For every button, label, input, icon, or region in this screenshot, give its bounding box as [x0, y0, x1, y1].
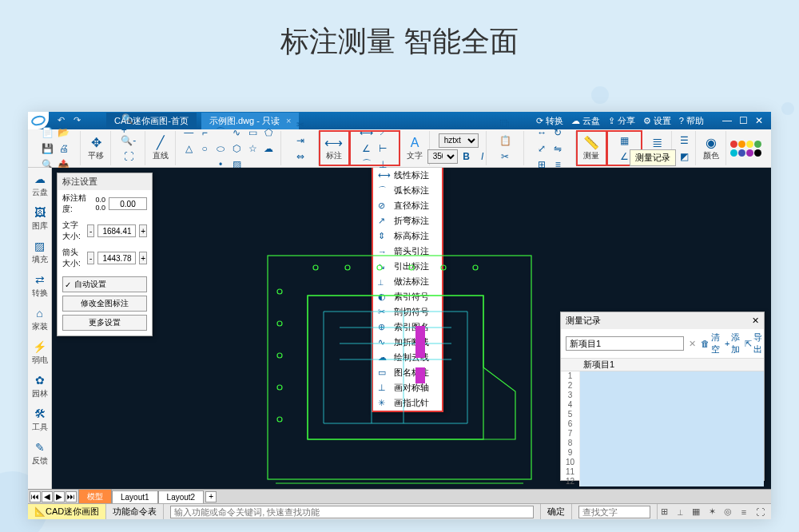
- project-name-input[interactable]: [566, 336, 684, 351]
- paste-icon[interactable]: 📋: [498, 133, 512, 148]
- sheet-next-icon[interactable]: ▶: [54, 491, 65, 502]
- trim-icon[interactable]: ✂: [293, 117, 308, 132]
- copy-icon[interactable]: ⿻: [498, 117, 512, 132]
- color-tool[interactable]: ◉颜色: [700, 132, 722, 165]
- export-button[interactable]: ⇱ 导出: [745, 332, 762, 355]
- dim-continue-icon[interactable]: ⊢: [376, 141, 390, 156]
- rail-item-转换[interactable]: ⇄转换: [32, 273, 48, 299]
- menu-item-弧长标注[interactable]: ⌒弧长标注: [373, 183, 442, 198]
- shape-ellipse-icon[interactable]: ⬭: [213, 141, 228, 156]
- measure-row[interactable]: 1: [561, 371, 764, 381]
- move-icon[interactable]: ↔: [535, 125, 549, 140]
- sheet-first-icon[interactable]: ⏮: [30, 491, 41, 502]
- modify-all-button[interactable]: 修改全图标注: [62, 296, 147, 312]
- layer-mgr-icon[interactable]: ☰: [677, 133, 691, 148]
- maximize-button[interactable]: ☐: [736, 115, 750, 126]
- cmd-table-link[interactable]: 功能命令表: [106, 504, 164, 519]
- snap-toggle-icon[interactable]: ⊞: [658, 506, 670, 518]
- rail-item-工具[interactable]: 🛠工具: [32, 407, 48, 433]
- close-tab-icon[interactable]: ×: [286, 116, 291, 125]
- layer-iso-icon[interactable]: ◩: [677, 149, 691, 164]
- color-palette-2[interactable]: [730, 149, 761, 157]
- color-palette[interactable]: [730, 141, 761, 148]
- new-icon[interactable]: 📄: [41, 125, 55, 140]
- clear-project-icon[interactable]: ✕: [689, 339, 696, 349]
- arrow-size-dec[interactable]: -: [87, 252, 95, 264]
- print-icon[interactable]: 🖨: [57, 141, 71, 156]
- font-size-select[interactable]: 350: [427, 149, 458, 164]
- measure-tool[interactable]: 📏测量: [580, 132, 602, 165]
- rail-item-云盘[interactable]: ☁云盘: [32, 173, 48, 198]
- bold-button[interactable]: B: [459, 149, 474, 164]
- dim-angular-icon[interactable]: ∠: [360, 141, 374, 156]
- menu-item-线性标注[interactable]: ⟷线性标注: [373, 168, 442, 183]
- close-measure-panel-icon[interactable]: ✕: [752, 316, 759, 326]
- rail-item-弱电[interactable]: ⚡弱电: [32, 340, 48, 366]
- sheet-add-icon[interactable]: +: [205, 491, 217, 502]
- tab-layout1[interactable]: Layout1: [112, 490, 158, 503]
- cut-icon[interactable]: ✂: [498, 149, 512, 164]
- shape-poly-icon[interactable]: ⬠: [261, 125, 276, 140]
- settings-link[interactable]: ⚙ 设置: [643, 115, 671, 127]
- menu-item-直径标注[interactable]: ⊘直径标注: [373, 198, 442, 213]
- menu-item-标高标注[interactable]: ⇕标高标注: [373, 228, 442, 244]
- add-button[interactable]: + 添加: [725, 332, 740, 355]
- tab-model[interactable]: 模型: [78, 489, 112, 504]
- measure-row[interactable]: 6: [561, 419, 764, 429]
- shape-line-icon[interactable]: —: [181, 125, 196, 140]
- measure-row[interactable]: 10: [561, 458, 764, 467]
- undo-icon[interactable]: ↶: [58, 115, 69, 126]
- shape-spline-icon[interactable]: ∿: [229, 125, 244, 140]
- precision-input[interactable]: [109, 197, 147, 210]
- text-size-input[interactable]: [97, 224, 136, 237]
- mirror-icon[interactable]: ⇋: [551, 141, 565, 156]
- shape-polygon-icon[interactable]: ⬡: [229, 141, 244, 156]
- rail-item-反馈[interactable]: ✎反馈: [32, 441, 48, 466]
- offset-icon[interactable]: ⇔: [293, 149, 308, 164]
- auto-settings-button[interactable]: ✓ 自动设置: [62, 276, 147, 292]
- open-icon[interactable]: 📂: [57, 125, 71, 140]
- save-icon[interactable]: 💾: [41, 141, 55, 156]
- annotate-tool[interactable]: ⟷标注: [323, 132, 345, 165]
- text-size-dec[interactable]: -: [87, 224, 95, 237]
- rotate-icon[interactable]: ↻: [551, 125, 565, 140]
- dim-linear-icon[interactable]: ⟷: [360, 125, 374, 140]
- measure-row[interactable]: 9: [561, 448, 764, 458]
- scale-icon[interactable]: ⤢: [535, 141, 549, 156]
- extend-icon[interactable]: ⇥: [293, 133, 308, 148]
- measure-dist-icon[interactable]: ⟷: [617, 117, 631, 132]
- find-text-input[interactable]: [578, 506, 650, 518]
- shape-rect-icon[interactable]: ▭: [245, 125, 260, 140]
- cloud-link[interactable]: ☁ 云盘: [571, 115, 600, 127]
- measure-area-icon[interactable]: ▦: [617, 133, 631, 148]
- line-tool[interactable]: ╱直线: [149, 132, 172, 165]
- measure-row[interactable]: 7: [561, 429, 764, 439]
- font-family-select[interactable]: hztxt: [439, 133, 479, 148]
- text-size-inc[interactable]: +: [139, 224, 147, 237]
- osnap-toggle-icon[interactable]: ◎: [721, 506, 734, 518]
- zoom-fit-icon[interactable]: ⛶: [121, 149, 136, 164]
- arrow-size-input[interactable]: [97, 252, 136, 264]
- zoom-in-icon[interactable]: 🔍+: [121, 117, 136, 132]
- fullscreen-icon[interactable]: ⛶: [753, 506, 766, 518]
- rail-item-家装[interactable]: ⌂家装: [32, 307, 48, 332]
- minimize-button[interactable]: —: [720, 115, 734, 126]
- shape-arc-icon[interactable]: ⌒: [213, 125, 228, 140]
- help-link[interactable]: ? 帮助: [679, 115, 704, 127]
- grid-toggle-icon[interactable]: ▦: [690, 506, 702, 518]
- sheet-last-icon[interactable]: ⏭: [66, 491, 77, 502]
- shape-star-icon[interactable]: ☆: [245, 141, 260, 156]
- menu-item-折弯标注[interactable]: ↗折弯标注: [373, 213, 442, 228]
- shape-circle-icon[interactable]: ○: [197, 141, 212, 156]
- clear-button[interactable]: 🗑 清空: [701, 332, 720, 355]
- measure-row[interactable]: 5: [561, 410, 764, 419]
- text-tool[interactable]: A文字: [403, 132, 426, 165]
- zoom-out-icon[interactable]: 🔍-: [121, 133, 136, 148]
- rail-item-填充[interactable]: ▨填充: [32, 240, 48, 265]
- tab-layout2[interactable]: Layout2: [158, 490, 205, 503]
- arrow-size-inc[interactable]: +: [139, 252, 147, 264]
- shape-triangle-icon[interactable]: △: [181, 141, 196, 156]
- measure-row[interactable]: 4: [561, 400, 764, 410]
- shape-polyline-icon[interactable]: ⌐: [197, 125, 212, 140]
- pan-tool[interactable]: ✥平移: [85, 132, 107, 165]
